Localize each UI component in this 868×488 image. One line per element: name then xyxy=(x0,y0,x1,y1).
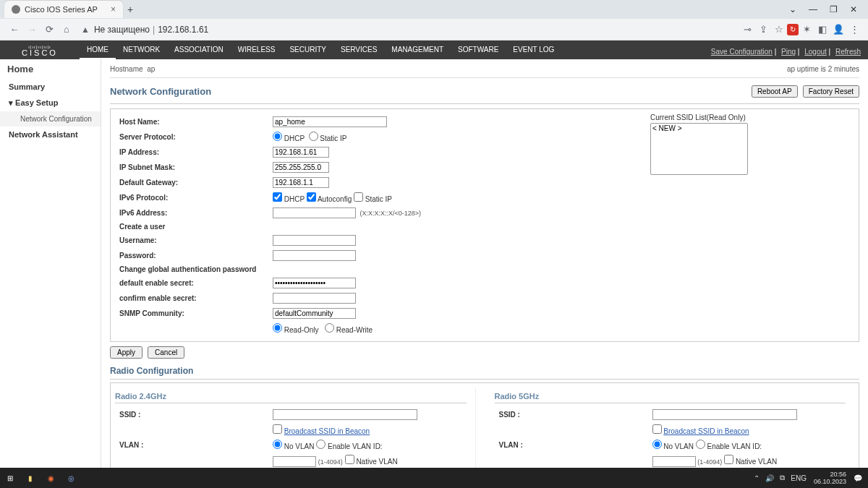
tray-network-icon[interactable]: ⧉ xyxy=(780,474,785,482)
default-gateway-input[interactable] xyxy=(273,177,329,188)
bcast-5-link[interactable]: Broadcast SSID in Beacon xyxy=(663,427,749,435)
sidebar-title: Home xyxy=(0,59,101,79)
protocol-dhcp-radio[interactable] xyxy=(273,132,282,141)
insecure-icon: ▲ xyxy=(81,25,90,35)
file-explorer-icon[interactable]: ▮ xyxy=(20,468,41,488)
window-caret-down-icon[interactable]: ⌄ xyxy=(783,4,803,14)
tray-chevron-icon[interactable]: ⌃ xyxy=(754,474,760,482)
bcast-24-checkbox[interactable] xyxy=(273,424,282,434)
vlan-5-no-radio[interactable] xyxy=(652,440,662,449)
nav-services[interactable]: SERVICES xyxy=(333,41,384,59)
key-icon[interactable]: ⊸ xyxy=(739,24,755,35)
vlan-5-native-checkbox[interactable] xyxy=(724,455,733,464)
ip-address-input[interactable] xyxy=(273,147,329,158)
ipv6-dhcp-checkbox[interactable] xyxy=(273,192,282,202)
sidebar-item-easy-setup[interactable]: ▾ Easy Setup xyxy=(0,95,101,111)
password-input[interactable] xyxy=(273,250,356,261)
omnibox[interactable]: ▲ Не защищено | 192.168.1.61 xyxy=(75,25,739,35)
system-tray: ⌃ 🔊 ⧉ ENG 20:56 06.10.2023 💬 xyxy=(751,471,868,485)
nav-software[interactable]: SOFTWARE xyxy=(451,41,506,59)
save-config-link[interactable]: Save Configuration xyxy=(711,48,773,56)
radio-config-title: Radio Configuration xyxy=(110,359,859,380)
ssid-24-input[interactable] xyxy=(273,409,417,420)
refresh-link[interactable]: Refresh xyxy=(835,48,861,56)
subnet-mask-input[interactable] xyxy=(273,162,329,173)
uptime-text: ap uptime is 2 minutes xyxy=(787,65,859,73)
snmp-ro-radio[interactable] xyxy=(273,323,282,333)
update-icon[interactable]: ↻ xyxy=(787,24,799,35)
extensions-icon[interactable]: ✶ xyxy=(799,24,814,35)
clock[interactable]: 20:56 06.10.2023 xyxy=(809,471,851,485)
vlan-24-no-radio[interactable] xyxy=(273,440,282,449)
ssid-5-input[interactable] xyxy=(652,409,797,420)
nav-network[interactable]: NETWORK xyxy=(116,41,167,59)
ipv6-static-checkbox[interactable] xyxy=(354,192,363,202)
star-icon[interactable]: ☆ xyxy=(771,24,787,35)
username-input[interactable] xyxy=(273,235,356,246)
nav-management[interactable]: MANAGEMENT xyxy=(384,41,451,59)
vlan-24-id-input[interactable] xyxy=(273,456,316,467)
confirm-secret-input[interactable] xyxy=(273,293,356,304)
nav-wireless[interactable]: WIRELESS xyxy=(231,41,283,59)
bcast-5-checkbox[interactable] xyxy=(652,424,662,434)
vlan-24-en-radio[interactable] xyxy=(316,440,326,449)
nav-eventlog[interactable]: EVENT LOG xyxy=(506,41,561,59)
vlan-24-label: VLAN : xyxy=(116,438,268,452)
sidebar-item-summary[interactable]: Summary xyxy=(0,79,101,95)
firefox-icon[interactable]: ◉ xyxy=(41,468,61,488)
password-label: Password: xyxy=(116,249,268,262)
share-icon[interactable]: ⇪ xyxy=(755,24,771,35)
tray-notifications-icon[interactable]: 💬 xyxy=(854,474,862,482)
default-secret-input[interactable] xyxy=(273,278,356,288)
vlan-5-en-radio[interactable] xyxy=(696,440,705,449)
chrome-icon[interactable]: ◎ xyxy=(61,468,81,488)
browser-tab[interactable]: Cisco IOS Series AP × xyxy=(4,1,123,18)
radio-5ghz-title: Radio 5GHz xyxy=(495,388,846,403)
main-nav: HOME NETWORK ASSOCIATION WIRELESS SECURI… xyxy=(80,41,561,59)
tab-close-icon[interactable]: × xyxy=(111,4,116,14)
menu-icon[interactable]: ⋮ xyxy=(846,24,862,35)
nav-back-icon[interactable]: ← xyxy=(6,24,23,35)
reboot-ap-button[interactable]: Reboot AP xyxy=(752,85,798,98)
ipv6-autoconfig-checkbox[interactable] xyxy=(307,192,316,202)
protocol-static-radio[interactable] xyxy=(309,132,318,141)
nav-home[interactable]: HOME xyxy=(80,41,116,59)
vlan-5-id-input[interactable] xyxy=(652,456,696,467)
snmp-rw-radio[interactable] xyxy=(325,323,334,333)
ip-address-label: IP Address: xyxy=(116,145,268,159)
nav-reload-icon[interactable]: ⟳ xyxy=(41,24,58,35)
logout-link[interactable]: Logout xyxy=(804,48,827,56)
content-area: Hostname ap ap uptime is 2 minutes Netwo… xyxy=(101,59,868,468)
vlan-24-native-checkbox[interactable] xyxy=(345,455,354,464)
ssid-24-label: SSID : xyxy=(116,408,268,421)
host-name-input[interactable] xyxy=(273,116,387,127)
window-close-icon[interactable]: ✕ xyxy=(843,4,864,14)
header-right-links: Save Configuration | Ping | Logout | Ref… xyxy=(708,48,868,59)
factory-reset-button[interactable]: Factory Reset xyxy=(803,85,859,98)
ping-link[interactable]: Ping xyxy=(781,48,796,56)
cancel-button[interactable]: Cancel xyxy=(148,346,184,359)
snmp-input[interactable] xyxy=(273,308,356,319)
window-maximize-icon[interactable]: ❐ xyxy=(823,4,843,14)
side-panel-icon[interactable]: ◧ xyxy=(814,24,830,35)
tray-speaker-icon[interactable]: 🔊 xyxy=(765,474,774,482)
start-button[interactable]: ⊞ xyxy=(0,468,20,488)
change-auth-label: Change global authentication password xyxy=(116,264,620,275)
tray-language[interactable]: ENG xyxy=(791,474,807,482)
sidebar-item-network-config[interactable]: Network Configuration xyxy=(0,111,101,127)
nav-forward-icon[interactable]: → xyxy=(23,24,41,35)
ssid-list-item[interactable]: < NEW > xyxy=(652,124,746,133)
nav-home-icon[interactable]: ⌂ xyxy=(58,24,75,35)
ssid-list-select[interactable]: < NEW > xyxy=(650,123,748,175)
nav-security[interactable]: SECURITY xyxy=(282,41,333,59)
ipv6-address-input[interactable] xyxy=(273,207,356,218)
apply-button[interactable]: Apply xyxy=(110,346,142,359)
sidebar-item-network-assistant[interactable]: Network Assistant xyxy=(0,127,101,142)
profile-icon[interactable]: 👤 xyxy=(830,24,846,35)
window-minimize-icon[interactable]: — xyxy=(803,4,823,14)
new-tab-button[interactable]: + xyxy=(127,4,133,15)
nav-association[interactable]: ASSOCIATION xyxy=(167,41,231,59)
tab-title: Cisco IOS Series AP xyxy=(25,5,98,14)
bcast-24-link[interactable]: Broadcast SSID in Beacon xyxy=(284,427,370,435)
taskbar: ⊞ ▮ ◉ ◎ ⌃ 🔊 ⧉ ENG 20:56 06.10.2023 💬 xyxy=(0,468,868,488)
